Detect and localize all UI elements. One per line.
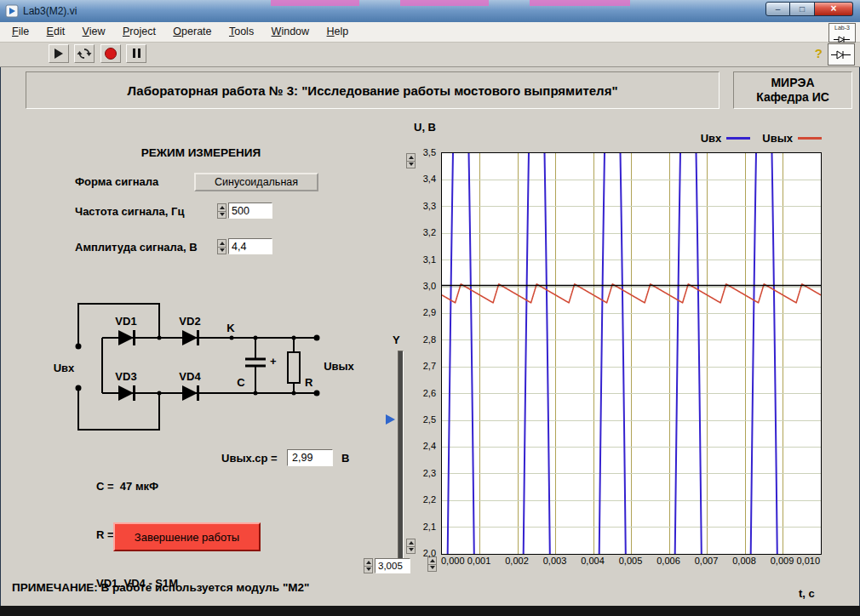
window-controls: – □ × [765, 2, 853, 16]
menu-operate[interactable]: Operate [166, 22, 218, 37]
toolbar: ? [0, 43, 860, 67]
x-tick-label: 0,004 [581, 556, 605, 566]
pause-button[interactable] [126, 44, 146, 63]
c-label: C [237, 376, 245, 389]
waveform-svg [442, 153, 821, 554]
y-slider-track[interactable] [398, 351, 404, 559]
signal-form-label: Форма сигнала [75, 175, 158, 188]
labview-window: Lab3(M2).vi – □ × File Edit View Project… [0, 0, 860, 616]
y-tick-label: 2,2 [423, 494, 436, 505]
y-slider-label: Y [393, 334, 400, 346]
y-axis-title: U, В [414, 121, 436, 134]
close-button[interactable]: × [815, 2, 853, 16]
menu-window[interactable]: Window [265, 22, 316, 37]
finish-button[interactable]: Завершение работы [113, 522, 261, 551]
y-slider-value: 3,005 [375, 558, 410, 573]
pause-icon [131, 48, 141, 60]
run-button[interactable] [49, 44, 69, 63]
vd1-label: VD1 [115, 315, 136, 328]
lab-title: Лабораторная работа № 3: "Исследование р… [26, 71, 720, 109]
menu-help[interactable]: Help [320, 22, 356, 37]
help-button[interactable]: ? [815, 46, 823, 60]
resistor-symbol [288, 352, 300, 383]
y-tick-label: 3,4 [423, 174, 436, 184]
x-tick-label: 0,009 [771, 556, 794, 566]
x-tick-label: 0,008 [732, 556, 756, 566]
bridge-rectifier-schematic: VD1 VD2 VD3 VD4 K Uвх Uвых + C R [47, 291, 370, 446]
vi-icon-toolbar[interactable] [828, 43, 855, 66]
frequency-spinner[interactable] [217, 203, 226, 219]
abort-button[interactable] [100, 44, 121, 63]
note-text: ПРИМЕЧАНИЕ: В работе используется модуль… [12, 581, 309, 594]
menu-tools[interactable]: Tools [222, 22, 261, 37]
y-tick-label: 2,7 [423, 361, 436, 371]
x-tick-label: 0,002 [505, 556, 529, 566]
x-tick-label: 0,005 [619, 556, 643, 566]
uin-line-sample [726, 137, 750, 140]
y-slider-spinner[interactable] [364, 558, 373, 573]
menu-project[interactable]: Project [116, 22, 163, 37]
uout-avg-label: Uвых.ср = [221, 452, 278, 465]
background-artifact [271, 0, 359, 6]
legend-uout-label: Uвых [762, 132, 793, 145]
legend-uin-label: Uвх [701, 132, 722, 145]
y-tick-label: 2,0 [423, 548, 436, 558]
vd2-label: VD2 [179, 315, 200, 328]
window-title: Lab3(M2).vi [23, 5, 77, 17]
vi-icon-menubar[interactable]: Lab-3 [828, 23, 856, 43]
y-tick-label: 3,0 [423, 281, 436, 291]
vd3-label: VD3 [115, 370, 136, 383]
maximize-button[interactable]: □ [790, 2, 815, 16]
run-continuously-button[interactable] [74, 44, 95, 63]
minimize-button[interactable]: – [765, 2, 790, 16]
uin-label: Uвх [54, 362, 75, 374]
y-tick-label: 2,4 [423, 441, 436, 451]
y-tick-label: 3,1 [423, 254, 436, 265]
plot-area[interactable] [441, 152, 822, 555]
x-scale-spinner[interactable] [427, 556, 437, 572]
signal-form-dropdown[interactable]: Синусоидальная [194, 173, 318, 191]
frequency-input[interactable] [228, 202, 272, 219]
labview-vi-icon [5, 4, 19, 18]
abort-icon [105, 48, 117, 60]
background-artifact [530, 0, 630, 6]
x-tick-label: 0,010 [796, 556, 820, 566]
amplitude-input[interactable] [228, 238, 272, 254]
diode-symbols [118, 330, 199, 401]
department-name: Кафедра ИС [756, 90, 829, 105]
amplitude-spinner[interactable] [217, 239, 226, 254]
frequency-label: Частота сигнала, Гц [75, 205, 184, 218]
y-tick-label: 2,3 [423, 468, 436, 478]
university-box: МИРЭА Кафедра ИС [733, 71, 852, 109]
y-slider-pointer[interactable] [386, 414, 395, 425]
x-axis-labels: 0,0000,0010,0020,0030,0040,0050,0060,007… [441, 556, 820, 568]
legend-uin: Uвх [701, 132, 751, 145]
x-tick-label: 0,006 [656, 556, 680, 566]
run-continuously-icon [77, 47, 92, 60]
uout-avg-unit: В [341, 452, 349, 465]
chart-legend: Uвх Uвых [664, 132, 822, 145]
x-tick-label: 0,001 [467, 556, 491, 566]
y-tick-label: 2,1 [423, 522, 436, 532]
y-tick-label: 2,8 [423, 334, 436, 345]
spec-capacitor: C = 47 мкФ [96, 478, 178, 494]
mode-title: РЕЖИМ ИЗМЕРЕНИЯ [68, 146, 334, 159]
uout-label: Uвых [324, 360, 354, 373]
window-bottom-edge [0, 606, 860, 616]
legend-uout: Uвых [762, 132, 822, 145]
menubar: File Edit View Project Operate Tools Win… [0, 22, 860, 43]
titlebar[interactable]: Lab3(M2).vi – □ × [0, 0, 860, 23]
capacitor-symbol [245, 359, 266, 366]
background-artifact [400, 0, 489, 6]
x-tick-label: 0,000 [441, 556, 465, 566]
menu-file[interactable]: File [5, 22, 36, 37]
y-tick-label: 3,5 [423, 147, 436, 157]
menu-edit[interactable]: Edit [40, 22, 72, 37]
y-axis-labels: 3,53,43,33,23,13,02,92,82,72,62,52,42,32… [409, 152, 438, 553]
menu-view[interactable]: View [76, 22, 112, 37]
run-icon [52, 47, 66, 60]
amplitude-label: Амплитуда сигнала, В [75, 241, 198, 254]
y-tick-label: 2,9 [423, 307, 436, 317]
y-tick-label: 2,5 [423, 414, 436, 425]
plus-label: + [270, 355, 277, 368]
